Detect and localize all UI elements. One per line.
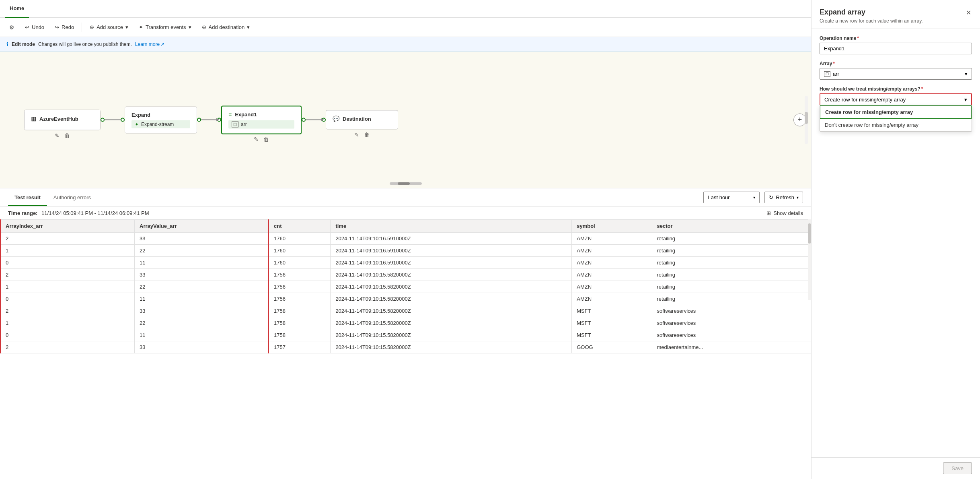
delete-node-button[interactable]: 🗑	[64, 131, 71, 139]
cell-3-3: 2024-11-14T09:10:15.5820000Z	[331, 269, 572, 281]
cell-7-0: 1	[0, 317, 135, 329]
cell-9-2: 1757	[269, 341, 331, 353]
node-title-text: AzureEventHub	[39, 116, 78, 122]
time-select[interactable]: Last hour ▾	[703, 192, 760, 203]
cell-9-1: 33	[135, 341, 269, 353]
cell-1-3: 2024-11-14T09:10:16.5910000Z	[331, 245, 572, 257]
treatment-value-text: Create row for missing/empty array	[824, 97, 906, 103]
edit-dest-button[interactable]: ✎	[353, 131, 360, 139]
add-destination-button[interactable]: ⊕ Add destination ▾	[197, 21, 255, 33]
cell-6-3: 2024-11-14T09:10:15.5820000Z	[331, 305, 572, 317]
cell-6-1: 33	[135, 305, 269, 317]
separator	[82, 23, 82, 32]
node-expand1[interactable]: ≡ Expand1 ☐ arr ✎ 🗑	[221, 105, 302, 134]
show-details-icon: ⊞	[766, 210, 771, 216]
expand-title-text: Expand	[131, 111, 150, 118]
cell-3-1: 33	[135, 269, 269, 281]
learn-more-link[interactable]: Learn more ↗	[135, 41, 164, 47]
node1-actions: ✎ 🗑	[253, 135, 270, 143]
array-select[interactable]: ☐ arr ▾	[820, 68, 972, 80]
show-details-button[interactable]: ⊞ Show details	[766, 210, 803, 216]
operation-name-input[interactable]	[820, 43, 972, 54]
cell-1-0: 1	[0, 245, 135, 257]
time-chevron: ▾	[753, 195, 755, 200]
cell-2-1: 11	[135, 257, 269, 269]
cell-2-5: retailing	[652, 257, 811, 269]
cell-0-2: 1760	[269, 233, 331, 245]
azure-hub-icon: ⊞	[31, 115, 36, 122]
treatment-group: How should we treat missing/empty arrays…	[820, 86, 972, 132]
cell-4-3: 2024-11-14T09:10:15.5820000Z	[331, 281, 572, 293]
table-row: 23317562024-11-14T09:10:15.5820000ZAMZNr…	[0, 269, 811, 281]
save-button[interactable]: Save	[943, 462, 972, 474]
cell-5-2: 1756	[269, 293, 331, 305]
time-range-text: Time range: 11/14/24 05:09:41 PM - 11/14…	[8, 210, 149, 216]
add-dest-chevron: ▾	[247, 24, 250, 30]
table-header: ArrayIndex_arr ArrayValue_arr cnt time s…	[0, 220, 811, 233]
edit-node-button[interactable]: ✎	[54, 131, 60, 139]
cell-8-4: MSFT	[572, 329, 652, 341]
settings-button[interactable]: ⚙	[5, 21, 19, 33]
tab-authoring-errors[interactable]: Authoring errors	[47, 190, 97, 206]
operation-name-group: Operation name *	[820, 35, 972, 54]
delete-expand1-button[interactable]: 🗑	[263, 135, 270, 143]
treatment-select[interactable]: Create row for missing/empty array ▾	[820, 93, 972, 105]
time-range-value: 11/14/24 05:09:41 PM - 11/14/24 06:09:41…	[41, 210, 149, 216]
add-source-chevron: ▾	[125, 24, 128, 30]
dropdown-item-1[interactable]: Don't create row for missing/empty array	[820, 119, 972, 131]
v-scroll-thumb	[805, 112, 808, 124]
cell-8-5: softwareservices	[652, 329, 811, 341]
add-source-button[interactable]: ⊕ Add source ▾	[85, 21, 133, 33]
expand1-title: ≡ Expand1	[228, 111, 294, 118]
v-scroll-indicator	[805, 96, 808, 144]
expand-stream-icon: ✦	[135, 121, 139, 127]
redo-button[interactable]: ↪ Redo	[50, 21, 78, 33]
bottom-panel: Test result Authoring errors Last hour ▾…	[0, 188, 811, 479]
cell-6-0: 2	[0, 305, 135, 317]
required-star-3: *	[921, 86, 923, 92]
controls-right: Last hour ▾ ↻ Refresh ▾	[703, 192, 803, 203]
array-label: Array *	[820, 61, 972, 66]
line	[105, 120, 121, 120]
refresh-chevron: ▾	[797, 195, 799, 200]
transform-icon: ✦	[139, 24, 143, 30]
node-destination[interactable]: 💬 Destination ✎ 🗑	[326, 110, 398, 130]
undo-button[interactable]: ↩ Undo	[21, 21, 49, 33]
array-value-display: ☐ arr	[824, 71, 839, 77]
edit-expand1-button[interactable]: ✎	[253, 135, 259, 143]
cell-0-5: retailing	[652, 233, 811, 245]
delete-dest-button[interactable]: 🗑	[363, 131, 370, 139]
add-source-label: Add source	[97, 24, 123, 30]
dropdown-item-0[interactable]: Create row for missing/empty array	[820, 105, 972, 119]
treatment-chevron: ▾	[964, 97, 967, 103]
transform-events-button[interactable]: ✦ Transform events ▾	[134, 21, 196, 33]
node-azure-event-hub[interactable]: ⊞ AzureEventHub ✎ 🗑	[24, 109, 101, 130]
info-icon: ℹ	[6, 41, 8, 47]
undo-icon: ↩	[25, 24, 29, 30]
cell-7-5: softwareservices	[652, 317, 811, 329]
cell-5-1: 11	[135, 293, 269, 305]
table-scroll-wrapper: ArrayIndex_arr ArrayValue_arr cnt time s…	[0, 219, 811, 353]
table-row: 01117602024-11-14T09:10:16.5910000ZAMZNr…	[0, 257, 811, 269]
transform-label: Transform events	[146, 24, 186, 30]
treatment-dropdown: Create row for missing/empty array Don't…	[820, 105, 972, 132]
right-panel-subtitle: Create a new row for each value within a…	[820, 18, 923, 24]
tab-test-result[interactable]: Test result	[8, 190, 47, 206]
dest-title-text: Destination	[343, 116, 371, 122]
cell-1-1: 22	[135, 245, 269, 257]
dot-out	[101, 118, 105, 122]
table-scrollbar[interactable]	[808, 219, 811, 300]
home-tab[interactable]: Home	[5, 0, 29, 18]
cell-8-1: 11	[135, 329, 269, 341]
data-table-container[interactable]: ArrayIndex_arr ArrayValue_arr cnt time s…	[0, 219, 811, 479]
dest-icon: 💬	[333, 116, 339, 122]
node-expand[interactable]: Expand ✦ Expand-stream	[125, 106, 197, 133]
cell-8-3: 2024-11-14T09:10:15.5820000Z	[331, 329, 572, 341]
pipeline: ⊞ AzureEventHub ✎ 🗑 Expand ✦ Expand-stre…	[24, 105, 398, 134]
close-panel-button[interactable]: ✕	[965, 8, 972, 17]
connector-3	[302, 118, 326, 122]
refresh-button[interactable]: ↻ Refresh ▾	[764, 192, 803, 203]
cell-6-5: softwareservices	[652, 305, 811, 317]
arr-icon-node: ☐	[232, 121, 238, 127]
add-source-icon: ⊕	[90, 24, 94, 30]
